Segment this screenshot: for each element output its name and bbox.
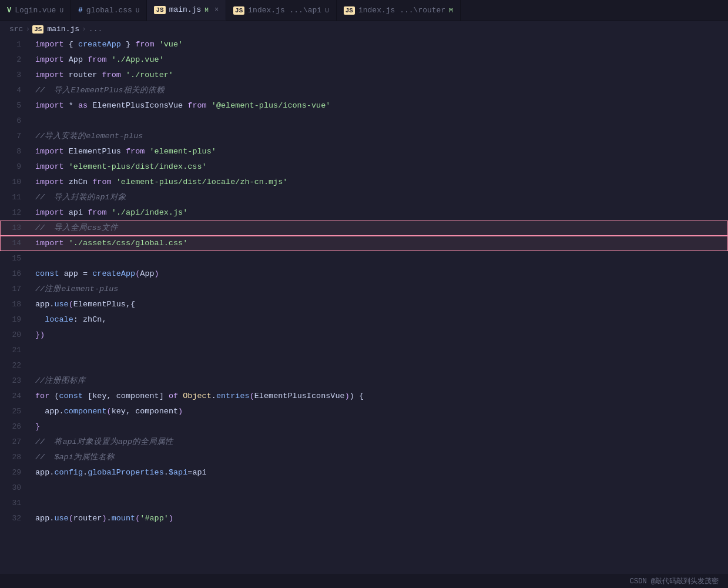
line-content: import { createApp } from 'vue' [31,37,728,52]
line-content: // 将api对象设置为app的全局属性 [31,435,728,450]
code-line: 11// 导入封装的api对象 [0,190,728,205]
code-line: 21 [0,343,728,358]
line-content [31,358,728,373]
line-number: 20 [0,328,31,343]
tab-index-js-api[interactable]: JSindex.js ...\apiU [226,0,337,21]
line-number: 15 [0,251,31,266]
code-line: 30 [0,480,728,496]
code-line: 27// 将api对象设置为app的全局属性 [0,435,728,450]
code-line: 18app.use(ElementPlus,{ [0,297,728,312]
line-number: 7 [0,129,31,144]
line-content: import * as ElementPlusIconsVue from '@e… [31,98,728,113]
line-content: app.use(router).mount('#app') [31,511,728,526]
code-line: 16const app = createApp(App) [0,266,728,282]
tab-main-js[interactable]: JSmain.jsM× [147,0,226,21]
line-number: 6 [0,113,31,129]
tab-name: index.js ...\api [248,6,321,15]
tab-badge: U [136,7,140,14]
crumb-js-icon: JS [32,25,43,34]
line-content: //注册element-plus [31,282,728,297]
code-line: 19 locale: zhCn, [0,312,728,328]
js-icon: JS [233,6,244,15]
tab-global-css[interactable]: #global.cssU [71,0,147,21]
line-number: 24 [0,389,31,404]
line-content: locale: zhCn, [31,312,728,328]
line-number: 2 [0,52,31,68]
line-content [31,113,728,129]
status-label: CSDN @敲代码敲到头发茂密 [630,576,719,586]
tab-badge: M [204,6,209,14]
code-area: 1import { createApp } from 'vue'2import … [0,37,728,585]
code-line: 8import ElementPlus from 'element-plus' [0,144,728,159]
code-line: 9import 'element-plus/dist/index.css' [0,159,728,175]
line-number: 29 [0,465,31,480]
tab-close-button[interactable]: × [214,6,219,14]
code-line: 15 [0,251,728,266]
line-content: import './assets/css/global.css' [31,236,728,251]
code-line: 4// 导入ElementPlus相关的依赖 [0,83,728,98]
tab-badge: U [325,7,329,14]
code-line: 2import App from './App.vue' [0,52,728,68]
line-number: 26 [0,419,31,435]
code-line: 1import { createApp } from 'vue' [0,37,728,52]
code-line: 17//注册element-plus [0,282,728,297]
line-content: // 导入全局css文件 [31,220,728,236]
code-line: 31 [0,496,728,511]
line-number: 27 [0,435,31,450]
js-icon: JS [344,6,355,15]
code-line: 25 app.component(key, component) [0,404,728,419]
line-number: 14 [0,236,31,251]
line-number: 25 [0,404,31,419]
line-content: import 'element-plus/dist/index.css' [31,159,728,175]
tab-login-vue[interactable]: VLogin.vueU [0,0,71,21]
breadcrumb-sep2: › [82,25,86,34]
line-number: 30 [0,480,31,496]
code-line: 5import * as ElementPlusIconsVue from '@… [0,98,728,113]
line-content [31,343,728,358]
line-number: 22 [0,358,31,373]
js-icon: JS [154,6,165,14]
line-number: 13 [0,220,31,236]
breadcrumb: src › JS main.js › ... [0,21,728,37]
breadcrumb-sep1: › [25,25,30,34]
line-content: } [31,419,728,435]
code-line: 6 [0,113,728,129]
line-number: 3 [0,68,31,83]
css-icon: # [78,6,83,15]
line-number: 19 [0,312,31,328]
code-line: 32app.use(router).mount('#app') [0,511,728,526]
code-line: 10import zhCn from 'element-plus/dist/lo… [0,175,728,190]
line-content: app.config.globalProperties.$api=api [31,465,728,480]
code-line: 28// $api为属性名称 [0,450,728,465]
line-number: 9 [0,159,31,175]
code-line: 7//导入安装的element-plus [0,129,728,144]
breadcrumb-file: main.js [47,25,79,34]
code-line: 13// 导入全局css文件 [0,220,728,236]
line-number: 5 [0,98,31,113]
status-bar: CSDN @敲代码敲到头发茂密 [0,574,728,588]
line-number: 23 [0,373,31,389]
line-number: 28 [0,450,31,465]
tab-badge: U [59,7,63,14]
tab-name: Login.vue [15,6,56,15]
tab-index-js-router[interactable]: JSindex.js ...\routerM [337,0,461,21]
line-number: 17 [0,282,31,297]
line-content: import api from './api/index.js' [31,205,728,220]
code-line: 22 [0,358,728,373]
line-number: 4 [0,83,31,98]
line-number: 12 [0,205,31,220]
breadcrumb-src: src [9,25,23,34]
line-number: 21 [0,343,31,358]
breadcrumb-ellipsis: ... [89,25,102,34]
code-line: 3import router from './router' [0,68,728,83]
line-content: for (const [key, component] of Object.en… [31,389,728,404]
line-content: const app = createApp(App) [31,266,728,282]
tab-name: global.css [86,6,132,15]
tab-name: index.js ...\router [358,6,445,15]
line-content [31,496,728,511]
line-number: 31 [0,496,31,511]
line-content: import router from './router' [31,68,728,83]
line-content: // $api为属性名称 [31,450,728,465]
tab-badge: M [449,7,453,14]
line-number: 32 [0,511,31,526]
